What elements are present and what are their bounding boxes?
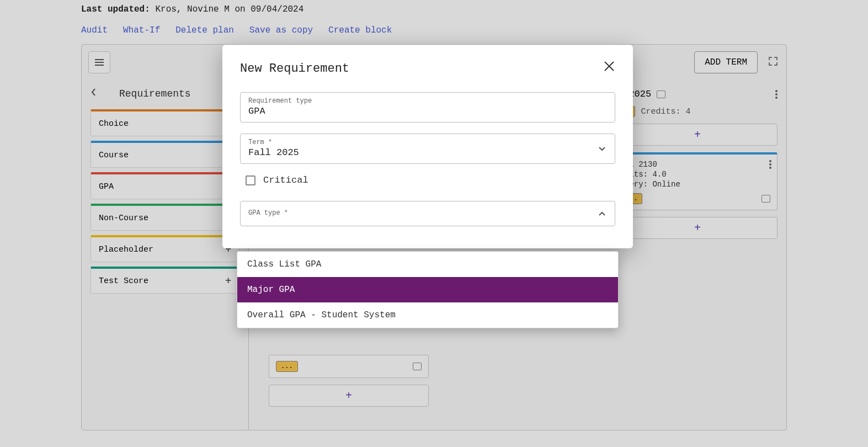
course-delivery: very: Online: [625, 180, 770, 189]
chevron-down-icon: [598, 146, 606, 152]
requirement-label: Non-Course: [99, 214, 148, 223]
bottom-add-slot[interactable]: +: [269, 385, 429, 407]
what-if-link[interactable]: What-If: [123, 25, 160, 35]
option-overall-gpa[interactable]: Overall GPA - Student System: [237, 302, 618, 328]
checkbox-icon[interactable]: [246, 175, 255, 185]
close-icon: [603, 60, 615, 72]
chevron-up-icon: [598, 211, 606, 216]
requirement-item-gpa[interactable]: GPA +: [90, 172, 239, 199]
hamburger-icon: [95, 59, 104, 66]
course-card[interactable]: OL 2130 dits: 4.0 very: Online ..: [617, 152, 778, 210]
field-value: Fall 2025: [248, 147, 299, 158]
last-updated-label: Last updated: Kros, Novine M on 09/04/20…: [81, 4, 787, 14]
term-header: l 2025: [617, 84, 778, 104]
add-slot-button[interactable]: +: [617, 124, 778, 146]
field-label: Requirement type: [248, 97, 607, 105]
credits-label: Credits: 4: [641, 107, 690, 116]
requirement-label: GPA: [99, 182, 114, 191]
field-value: GPA: [248, 106, 265, 116]
field-label: GPA type *: [248, 209, 607, 217]
requirement-item-choice[interactable]: Choice +: [90, 109, 239, 136]
create-block-link[interactable]: Create block: [328, 25, 392, 35]
sidebar-title: Requirements: [119, 88, 191, 99]
save-as-copy-link[interactable]: Save as copy: [249, 25, 313, 35]
bottom-badge: ...: [276, 361, 298, 372]
close-button[interactable]: [603, 60, 615, 77]
action-links: Audit What-If Delete plan Save as copy C…: [81, 25, 787, 35]
requirement-label: Course: [99, 151, 129, 160]
field-label: Term *: [248, 139, 607, 146]
requirement-item-testscore[interactable]: Test Score +: [90, 267, 239, 294]
requirement-label: Test Score: [99, 276, 148, 286]
last-updated-prefix: Last updated:: [81, 4, 150, 14]
course-note-icon[interactable]: [762, 195, 770, 203]
new-requirement-modal: New Requirement Requirement type GPA Ter…: [222, 45, 633, 248]
requirement-label: Placeholder: [99, 245, 153, 254]
note-icon[interactable]: [657, 91, 665, 98]
add-icon: +: [225, 275, 231, 286]
term-subheader: .. Credits: 4: [617, 104, 778, 124]
bottom-term-section: ... +: [269, 355, 429, 413]
term-column: l 2025 .. Credits: 4 + OL 2130 dits:: [617, 84, 778, 246]
add-term-button[interactable]: ADD TERM: [694, 51, 758, 73]
requirement-item-noncourse[interactable]: Non-Course +: [90, 204, 239, 231]
term-field[interactable]: Term * Fall 2025: [240, 134, 615, 164]
course-code: OL 2130: [625, 160, 770, 169]
course-credits: dits: 4.0: [625, 170, 770, 179]
modal-title: New Requirement: [240, 62, 349, 76]
delete-plan-link[interactable]: Delete plan: [175, 25, 234, 35]
requirement-type-field[interactable]: Requirement type GPA: [240, 92, 615, 123]
back-arrow-icon[interactable]: [90, 88, 97, 99]
option-major-gpa[interactable]: Major GPA: [237, 277, 618, 302]
last-updated-value: Kros, Novine M on 09/04/2024: [155, 4, 303, 14]
audit-link[interactable]: Audit: [81, 25, 108, 35]
bottom-card[interactable]: ...: [269, 355, 429, 378]
more-menu-icon[interactable]: [775, 90, 778, 99]
sidebar-toggle-button[interactable]: [88, 51, 110, 73]
critical-checkbox-row[interactable]: Critical: [240, 175, 615, 185]
gpa-type-dropdown: Class List GPA Major GPA Overall GPA - S…: [237, 251, 619, 328]
checkbox-label: Critical: [263, 175, 308, 185]
requirement-label: Choice: [99, 119, 129, 129]
course-more-icon[interactable]: [769, 160, 771, 169]
option-class-list-gpa[interactable]: Class List GPA: [237, 252, 618, 277]
expand-icon[interactable]: [769, 57, 778, 68]
gpa-type-field[interactable]: GPA type *: [240, 201, 615, 226]
add-slot-button-2[interactable]: +: [617, 217, 778, 239]
bottom-note-icon[interactable]: [413, 363, 422, 370]
requirement-item-placeholder[interactable]: Placeholder +: [90, 235, 239, 262]
requirement-item-course[interactable]: Course +: [90, 141, 239, 168]
